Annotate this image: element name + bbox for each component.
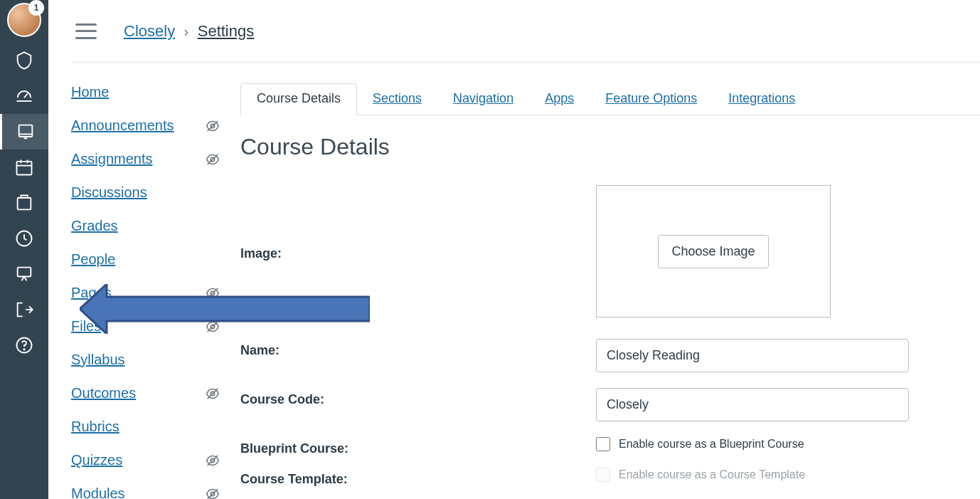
course-nav-item-assignments[interactable]: Assignments <box>71 151 220 167</box>
tab-navigation[interactable]: Navigation <box>437 84 529 115</box>
template-checkbox-row: Enable course as a Course Template <box>596 468 952 482</box>
hidden-eye-icon <box>205 453 220 468</box>
course-nav-item-files[interactable]: Files <box>71 318 220 335</box>
course-image-box: Choose Image <box>596 185 831 317</box>
course-name-input[interactable] <box>596 339 909 372</box>
course-nav-item-people[interactable]: People <box>71 251 220 268</box>
course-nav-item-announcements[interactable]: Announcements <box>71 117 220 134</box>
tab-sections[interactable]: Sections <box>357 84 437 115</box>
hidden-eye-icon <box>205 152 220 167</box>
template-label: Course Template: <box>240 468 596 487</box>
blueprint-checkbox[interactable] <box>596 437 610 451</box>
template-checkbox <box>596 468 610 482</box>
hidden-eye-icon <box>205 285 220 301</box>
avatar-badge: 1 <box>28 0 44 16</box>
course-nav: Home Announcements Assignments Discussio… <box>71 84 220 499</box>
logout-nav-item[interactable] <box>0 292 48 327</box>
course-nav-item-grades[interactable]: Grades <box>71 218 220 234</box>
commons-nav-item[interactable] <box>0 256 48 292</box>
settings-tabs: Course Details Sections Navigation Apps … <box>240 84 980 115</box>
course-nav-item-pages[interactable]: Pages <box>71 285 220 301</box>
course-details-form: Image: Choose Image Name: Course Code: B… <box>240 185 952 499</box>
hamburger-icon[interactable] <box>75 23 97 39</box>
course-nav-item-rubrics[interactable]: Rubrics <box>71 419 220 435</box>
svg-rect-0 <box>18 125 32 137</box>
svg-rect-2 <box>18 198 31 209</box>
hidden-eye-icon <box>205 386 220 401</box>
image-label: Image: <box>240 242 596 261</box>
course-nav-item-outcomes[interactable]: Outcomes <box>71 385 220 401</box>
template-checkbox-label: Enable course as a Course Template <box>619 468 805 481</box>
blueprint-checkbox-label: Enable course as a Blueprint Course <box>619 438 804 451</box>
breadcrumb-current: Settings <box>198 22 255 40</box>
topbar: Closely › Settings <box>71 0 980 63</box>
page-title: Course Details <box>240 134 390 160</box>
breadcrumb-separator: › <box>184 23 189 39</box>
tab-feature-options[interactable]: Feature Options <box>590 84 713 115</box>
course-nav-item-modules[interactable]: Modules <box>71 485 220 499</box>
breadcrumb-course-link[interactable]: Closely <box>124 22 175 40</box>
blueprint-checkbox-row[interactable]: Enable course as a Blueprint Course <box>596 437 952 451</box>
tab-apps[interactable]: Apps <box>529 84 590 115</box>
course-nav-item-discussions[interactable]: Discussions <box>71 184 220 201</box>
hidden-eye-icon <box>205 319 220 335</box>
calendar-nav-item[interactable] <box>0 149 48 185</box>
tab-integrations[interactable]: Integrations <box>713 84 811 115</box>
breadcrumb: Closely › Settings <box>124 22 254 41</box>
hidden-eye-icon <box>205 486 220 500</box>
hidden-eye-icon <box>205 118 220 134</box>
course-nav-item-quizzes[interactable]: Quizzes <box>71 452 220 468</box>
dashboard-nav-item[interactable] <box>0 78 48 114</box>
course-code-input[interactable] <box>596 388 909 421</box>
svg-point-6 <box>23 349 24 350</box>
courses-nav-item[interactable] <box>0 114 48 149</box>
course-nav-item-home[interactable]: Home <box>71 84 220 100</box>
code-label: Course Code: <box>240 388 596 407</box>
svg-rect-4 <box>18 268 31 277</box>
history-nav-item[interactable] <box>0 221 48 256</box>
blueprint-label: Blueprint Course: <box>240 437 596 456</box>
help-nav-item[interactable] <box>0 327 48 363</box>
svg-rect-1 <box>17 162 32 175</box>
account-avatar[interactable]: 1 <box>7 3 41 37</box>
name-label: Name: <box>240 339 596 358</box>
global-nav-rail: 1 <box>0 0 48 499</box>
inbox-nav-item[interactable] <box>0 185 48 221</box>
course-nav-item-syllabus[interactable]: Syllabus <box>71 352 220 368</box>
tab-course-details[interactable]: Course Details <box>240 83 357 115</box>
choose-image-button[interactable]: Choose Image <box>658 235 768 268</box>
admin-nav-item[interactable] <box>0 43 48 78</box>
